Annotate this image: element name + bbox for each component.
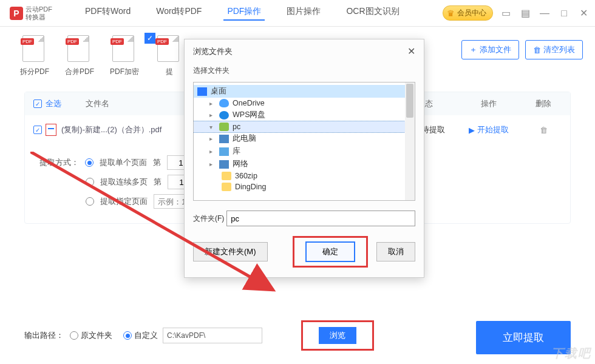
nav-word-to-pdf[interactable]: Word转PDF: [152, 6, 205, 21]
browse-button[interactable]: 浏览: [319, 327, 356, 344]
tree-node-libraries[interactable]: ▸库: [194, 145, 415, 158]
pdf-tag-icon: PDF: [110, 38, 124, 45]
nav-pdf-ops[interactable]: PDF操作: [223, 6, 265, 21]
page-label: 第: [153, 157, 161, 168]
radio-original-label[interactable]: 原文件夹: [81, 330, 112, 341]
radio-multi-page[interactable]: [86, 178, 94, 186]
app-name: 云动PDF 转换器: [25, 5, 52, 20]
radio-original-folder[interactable]: [70, 331, 78, 340]
output-path-label: 输出路径：: [24, 330, 64, 341]
expand-icon[interactable]: ▸: [209, 135, 216, 142]
watermark: 下载吧: [551, 345, 591, 362]
new-folder-button[interactable]: 新建文件夹(M): [193, 242, 268, 261]
radio-custom-label[interactable]: 自定义: [134, 330, 158, 341]
col-delete: 删除: [525, 98, 562, 109]
radio-single-page[interactable]: [85, 158, 93, 167]
dialog-subtitle: 选择文件夹: [185, 63, 424, 82]
tree-node-pc-user[interactable]: ▾pc: [194, 121, 415, 132]
user-icon: [219, 123, 229, 131]
ok-highlight: 确定: [293, 236, 368, 268]
folder-icon: [222, 172, 231, 180]
col-operation: 操作: [452, 98, 525, 109]
dialog-title: 浏览文件夹: [193, 46, 233, 57]
extract-mode-label: 提取方式：: [39, 157, 79, 168]
radio-spec-page[interactable]: [86, 197, 94, 206]
dialog-close-button[interactable]: ✕: [407, 46, 415, 57]
tree-node-desktop[interactable]: 桌面: [194, 85, 415, 98]
message-icon[interactable]: ▤: [518, 7, 532, 19]
tool-merge-pdf[interactable]: PDF 合并PDF: [57, 35, 102, 77]
folder-icon: [222, 183, 231, 191]
clear-list-button[interactable]: 🗑清空列表: [525, 40, 583, 59]
computer-icon: [219, 135, 229, 143]
crown-icon: ♛: [447, 8, 455, 18]
desktop-icon: [197, 87, 207, 96]
tree-node-network[interactable]: ▸网络: [194, 158, 415, 170]
pdf-tag-icon: PDF: [66, 38, 79, 45]
expand-icon[interactable]: ▸: [209, 161, 216, 167]
select-all-label[interactable]: 全选: [46, 98, 61, 109]
footer-bar: 输出路径： 原文件夹 自定义 浏览 立即提取: [24, 320, 571, 351]
expand-icon[interactable]: ▸: [209, 148, 216, 155]
radio-spec-label[interactable]: 提取指定页面: [100, 196, 148, 207]
output-path-input[interactable]: [163, 328, 262, 343]
start-extract-button[interactable]: ▶开始提取: [452, 124, 525, 135]
nav-pdf-to-word[interactable]: PDF转Word: [81, 6, 134, 21]
ok-button[interactable]: 确定: [305, 241, 355, 262]
cancel-button[interactable]: 取消: [376, 242, 415, 261]
pdf-tag-icon: PDF: [155, 38, 169, 45]
expand-icon[interactable]: ▸: [209, 112, 216, 118]
delete-row-button[interactable]: 🗑: [525, 126, 562, 135]
select-all-checkbox[interactable]: ✓: [33, 99, 42, 108]
browse-folder-dialog: 浏览文件夹 ✕ 选择文件夹 桌面 ▸OneDrive ▸WPS网盘 ▾pc ▸此…: [184, 39, 424, 278]
add-file-button[interactable]: ＋添加文件: [461, 40, 519, 59]
tree-node-dingding[interactable]: DingDing: [194, 181, 415, 192]
library-icon: [219, 147, 229, 156]
trash-icon: 🗑: [533, 46, 541, 55]
row-checkbox[interactable]: ✓: [33, 126, 42, 134]
maximize-button[interactable]: □: [557, 8, 571, 19]
title-bar: P 云动PDF 转换器 PDF转Word Word转PDF PDF操作 图片操作…: [0, 0, 595, 27]
logo-badge-icon: P: [10, 7, 23, 20]
network-icon: [219, 160, 229, 169]
side-actions: ＋添加文件 🗑清空列表: [461, 40, 583, 59]
browse-highlight: 浏览: [301, 320, 374, 351]
selected-check-icon: ✓: [144, 33, 155, 44]
minimize-button[interactable]: —: [538, 8, 551, 19]
scrollbar-thumb[interactable]: [406, 84, 413, 118]
nav-ocr[interactable]: OCR图文识别: [342, 6, 403, 21]
tree-node-onedrive[interactable]: ▸OneDrive: [194, 98, 415, 109]
tree-node-this-pc[interactable]: ▸此电脑: [194, 132, 415, 145]
pdf-file-icon: [46, 124, 56, 136]
vip-badge[interactable]: ♛ 会员中心: [443, 5, 493, 21]
radio-single-label[interactable]: 提取单个页面: [100, 157, 147, 168]
folder-field-label: 文件夹(F): [193, 214, 224, 224]
vip-label: 会员中心: [457, 8, 486, 18]
page-label: 第: [154, 177, 162, 187]
radio-multi-label[interactable]: 提取连续多页: [100, 177, 148, 187]
tree-node-wps[interactable]: ▸WPS网盘: [194, 109, 415, 121]
wps-icon: [219, 111, 229, 120]
feedback-icon[interactable]: ▭: [499, 7, 512, 19]
close-button[interactable]: ✕: [577, 7, 590, 19]
folder-name-input[interactable]: [226, 211, 415, 226]
app-logo: P 云动PDF 转换器: [5, 5, 57, 20]
tree-node-360zip[interactable]: 360zip: [194, 170, 415, 181]
folder-tree[interactable]: 桌面 ▸OneDrive ▸WPS网盘 ▾pc ▸此电脑 ▸库 ▸网络 360z…: [193, 82, 415, 201]
cloud-icon: [219, 99, 229, 107]
nav-image-ops[interactable]: 图片操作: [283, 6, 324, 21]
radio-custom-folder[interactable]: [123, 331, 132, 340]
tool-encrypt-pdf[interactable]: PDF PDF加密: [102, 35, 147, 77]
top-nav: PDF转Word Word转PDF PDF操作 图片操作 OCR图文识别: [81, 6, 443, 21]
expand-icon[interactable]: ▾: [209, 124, 216, 130]
title-right: ♛ 会员中心 ▭ ▤ — □ ✕: [443, 5, 590, 21]
tree-scrollbar[interactable]: [405, 83, 415, 200]
expand-icon[interactable]: ▸: [209, 100, 216, 107]
tool-split-pdf[interactable]: PDF 拆分PDF: [12, 35, 57, 77]
pdf-tag-icon: PDF: [21, 38, 34, 45]
plus-icon: ＋: [469, 44, 477, 55]
play-icon: ▶: [469, 126, 475, 135]
